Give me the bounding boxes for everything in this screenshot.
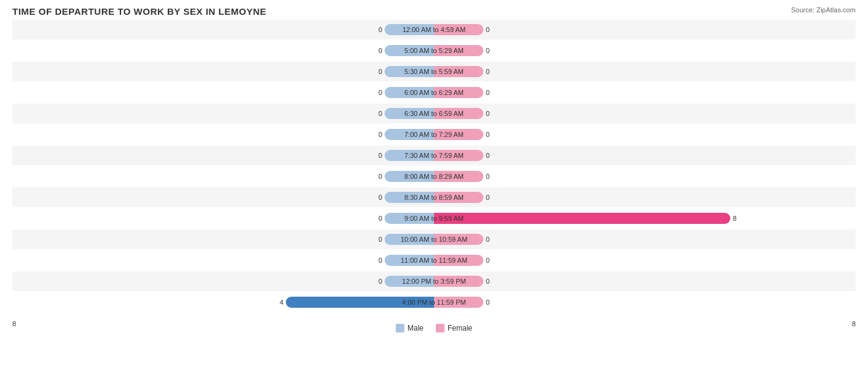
- female-section: 0: [434, 45, 856, 56]
- table-row: 008:00 AM to 8:29 AM: [12, 167, 856, 186]
- table-row: 0012:00 PM to 3:59 PM: [12, 271, 856, 291]
- table-row: 005:30 AM to 5:59 AM: [12, 62, 856, 81]
- female-section: 0: [434, 297, 856, 308]
- female-section: 0: [434, 276, 856, 287]
- bar-male: [385, 255, 434, 266]
- bar-female: [434, 66, 483, 77]
- bar-male: [286, 297, 434, 308]
- male-value: 4: [275, 299, 283, 306]
- bar-female: [434, 171, 483, 182]
- male-value: 0: [373, 47, 382, 54]
- male-section: 0: [12, 45, 434, 56]
- bar-male: [385, 87, 434, 98]
- male-value: 0: [373, 110, 382, 117]
- male-value: 0: [373, 131, 382, 138]
- table-row: 006:30 AM to 6:59 AM: [12, 104, 856, 123]
- table-row: 089:00 AM to 9:59 AM: [12, 208, 856, 228]
- table-row: 404:00 PM to 11:59 PM: [12, 292, 856, 312]
- female-section: 0: [434, 255, 856, 266]
- male-value: 0: [373, 194, 382, 201]
- bar-male: [385, 171, 434, 182]
- female-value: 0: [486, 26, 495, 33]
- male-section: 0: [12, 192, 434, 203]
- table-row: 005:00 AM to 5:29 AM: [12, 41, 856, 60]
- bar-female: [434, 87, 483, 98]
- male-value: 0: [373, 152, 382, 159]
- male-section: 0: [12, 213, 434, 224]
- bar-male: [385, 150, 434, 161]
- chart-title: TIME OF DEPARTURE TO WORK BY SEX IN LEMO…: [12, 6, 856, 17]
- legend-male: Male: [396, 324, 424, 332]
- legend: Male Female: [396, 324, 472, 332]
- male-section: 0: [12, 129, 434, 140]
- bar-female: [434, 213, 730, 224]
- male-value: 0: [373, 257, 382, 264]
- female-section: 0: [434, 87, 856, 98]
- table-row: 007:30 AM to 7:59 AM: [12, 146, 856, 165]
- female-section: 0: [434, 108, 856, 119]
- female-section: 0: [434, 192, 856, 203]
- source-text: Source: ZipAtlas.com: [791, 6, 856, 14]
- bar-female: [434, 255, 483, 266]
- bar-female: [434, 45, 483, 56]
- bar-female: [434, 150, 483, 161]
- female-value: 0: [486, 68, 495, 75]
- male-section: 4: [12, 297, 434, 308]
- female-value: 0: [486, 110, 495, 117]
- bar-female: [434, 192, 483, 203]
- bar-male: [385, 45, 434, 56]
- legend-male-box: [396, 324, 404, 332]
- bar-male: [385, 213, 434, 224]
- female-section: 0: [434, 66, 856, 77]
- male-section: 0: [12, 234, 434, 245]
- table-row: 006:00 AM to 6:29 AM: [12, 83, 856, 102]
- female-value: 0: [486, 152, 495, 159]
- female-section: 0: [434, 234, 856, 245]
- female-section: 0: [434, 171, 856, 182]
- male-section: 0: [12, 276, 434, 287]
- female-value: 0: [486, 278, 495, 285]
- male-section: 0: [12, 66, 434, 77]
- legend-female: Female: [436, 324, 472, 332]
- male-value: 0: [373, 173, 382, 180]
- bar-male: [385, 66, 434, 77]
- male-section: 0: [12, 255, 434, 266]
- female-value: 0: [486, 47, 495, 54]
- bar-female: [434, 129, 483, 140]
- male-section: 0: [12, 150, 434, 161]
- male-value: 0: [373, 236, 382, 243]
- bar-female: [434, 108, 483, 119]
- bar-female: [434, 297, 483, 308]
- male-section: 0: [12, 87, 434, 98]
- bar-male: [385, 108, 434, 119]
- female-value: 0: [486, 299, 495, 306]
- bar-female: [434, 276, 483, 287]
- bar-male: [385, 276, 434, 287]
- male-section: 0: [12, 171, 434, 182]
- female-value: 0: [486, 194, 495, 201]
- male-section: 0: [12, 24, 434, 35]
- table-row: 008:30 AM to 8:59 AM: [12, 188, 856, 207]
- female-section: 0: [434, 150, 856, 161]
- female-value: 0: [486, 257, 495, 264]
- table-row: 007:00 AM to 7:29 AM: [12, 125, 856, 144]
- bar-male: [385, 129, 434, 140]
- male-value: 0: [373, 215, 382, 222]
- bar-female: [434, 234, 483, 245]
- bottom-axis: 8 Male Female 8: [12, 320, 856, 332]
- female-section: 0: [434, 24, 856, 35]
- table-row: 0010:00 AM to 10:59 AM: [12, 229, 856, 249]
- table-row: 0011:00 AM to 11:59 AM: [12, 250, 856, 270]
- chart-area: 0012:00 AM to 4:59 AM005:00 AM to 5:29 A…: [12, 20, 856, 319]
- male-section: 0: [12, 108, 434, 119]
- bar-female: [434, 24, 483, 35]
- female-value: 0: [486, 173, 495, 180]
- male-value: 0: [373, 68, 382, 75]
- chart-container: TIME OF DEPARTURE TO WORK BY SEX IN LEMO…: [0, 0, 868, 367]
- female-section: 8: [434, 213, 856, 224]
- male-value: 0: [373, 278, 382, 285]
- bar-male: [385, 234, 434, 245]
- bar-male: [385, 192, 434, 203]
- male-value: 0: [373, 26, 382, 33]
- table-row: 0012:00 AM to 4:59 AM: [12, 20, 856, 39]
